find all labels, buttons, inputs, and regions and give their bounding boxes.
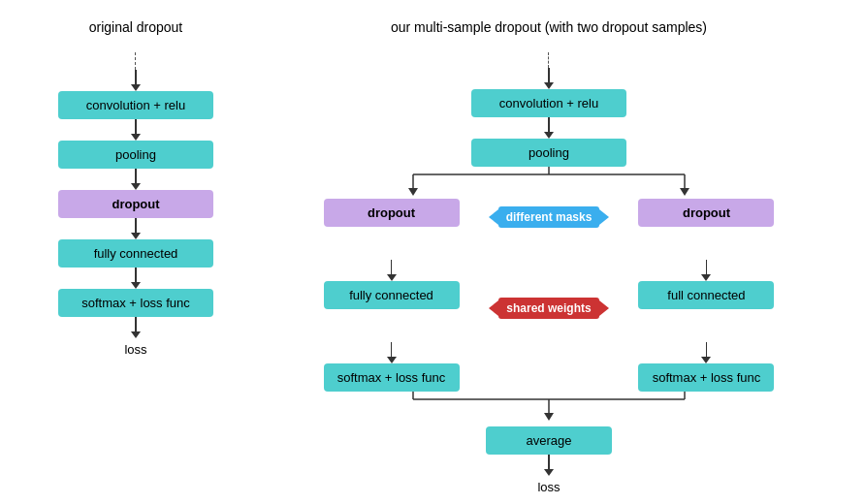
arrow-dropout-left: [387, 260, 397, 281]
svg-marker-4: [408, 188, 418, 196]
left-title-text: original dropout: [89, 19, 183, 35]
average-box: average: [486, 426, 612, 455]
shared-weights-arrow: shared weights: [498, 298, 598, 319]
loss-label-left: loss: [124, 342, 146, 357]
arrow-top-right: [544, 68, 554, 89]
dropout-box-right-left: dropout: [324, 199, 460, 227]
softmax-box-right-left: softmax + loss func: [324, 363, 460, 392]
main-container: original dropout convolution + relu pool…: [0, 0, 865, 504]
right-title-text: our multi-sample dropout: [391, 19, 541, 35]
center-arrows: different masks shared weights: [498, 199, 600, 319]
softmax-box-left: softmax + loss func: [58, 289, 213, 317]
arrow1-right: [544, 117, 554, 139]
softmax-box-right-right: softmax + loss func: [638, 363, 774, 392]
different-masks-arrow: different masks: [498, 206, 600, 228]
top-dashed-line-left: [135, 52, 137, 70]
arrow-top-left: [131, 70, 141, 91]
conv-relu-box-right: convolution + relu: [471, 89, 626, 117]
arrow-to-loss-right: [544, 455, 554, 476]
arrow-fc-right: [701, 342, 711, 363]
svg-marker-11: [544, 413, 554, 421]
left-diagram: original dropout convolution + relu pool…: [19, 10, 252, 494]
loss-label-right: loss: [537, 480, 560, 494]
right-title-suffix: (with two dropout samples): [541, 19, 707, 35]
dropout-box-right-right: dropout: [638, 199, 774, 227]
merge-svg: [316, 392, 782, 426]
top-dashed-line-right: [548, 52, 550, 68]
conv-relu-box-left: convolution + relu: [58, 91, 213, 119]
arrow1-left: [131, 119, 141, 141]
arrow5-left: [131, 317, 141, 338]
fc-box-left: fully connected: [58, 239, 213, 268]
right-title: our multi-sample dropout (with two dropo…: [391, 19, 707, 35]
arrow-fc-left: [387, 342, 397, 363]
fc-box-right-right: full connected: [638, 281, 774, 309]
left-branch: dropout fully connected softmax + loss f…: [316, 199, 466, 392]
pooling-box-right: pooling: [471, 139, 626, 167]
arrow-dropout-right: [701, 260, 711, 281]
branches-row: dropout fully connected softmax + loss f…: [316, 199, 782, 392]
svg-marker-6: [680, 188, 689, 196]
split-section: dropout fully connected softmax + loss f…: [316, 167, 782, 426]
arrow2-left: [131, 169, 141, 190]
right-diagram: our multi-sample dropout (with two dropo…: [252, 10, 846, 494]
left-title: original dropout: [89, 19, 183, 35]
fc-box-right-left: fully connected: [324, 281, 460, 309]
right-branch: dropout full connected softmax + loss fu…: [631, 199, 782, 392]
dropout-box-left: dropout: [58, 190, 213, 218]
pooling-box-left: pooling: [58, 141, 213, 169]
arrow3-left: [131, 218, 141, 239]
split-svg: [316, 167, 782, 196]
arrow4-left: [131, 268, 141, 289]
